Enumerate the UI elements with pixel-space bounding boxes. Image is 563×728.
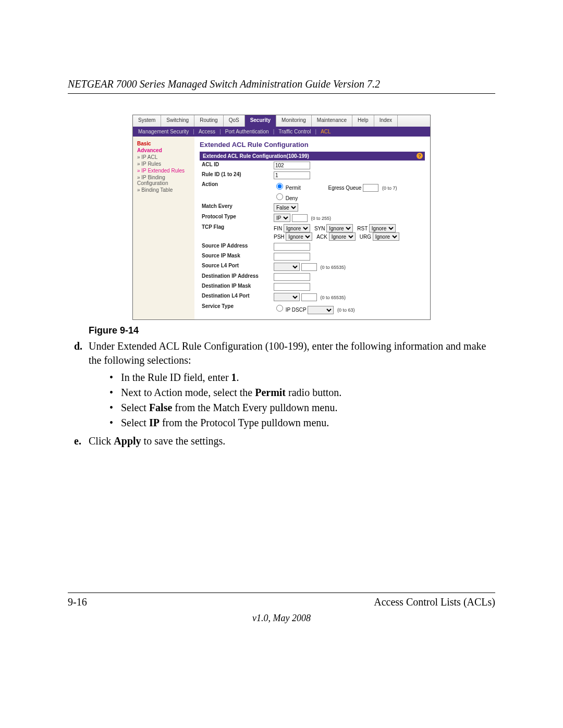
tcpflag-label-rst: RST (357, 226, 369, 231)
main-tabbar: SystemSwitchingRoutingQoSSecurityMonitor… (133, 115, 430, 127)
input-rule-id[interactable] (274, 171, 310, 179)
label-dst-mask: Destination IP Mask (200, 282, 272, 292)
hint-src-port: (0 to 65535) (321, 265, 346, 270)
step-d-lead: d. (74, 339, 89, 353)
step-e-bold: Apply (114, 435, 141, 447)
subtab-acl[interactable]: ACL (321, 129, 331, 134)
radio-permit-label: Permit (286, 185, 301, 191)
sidebar-item-ip-acl[interactable]: » IP ACL (137, 154, 194, 160)
tab-routing[interactable]: Routing (194, 115, 223, 127)
radio-deny-label: Deny (286, 195, 298, 201)
label-service-type: Service Type (200, 302, 272, 315)
label-src-mask: Source IP Mask (200, 252, 272, 262)
step-d: d.Under Extended ACL Rule Configuration … (89, 339, 495, 367)
sidebar-item-ip-binding-configuration[interactable]: » IP Binding Configuration (137, 175, 194, 186)
input-dst-port[interactable] (301, 293, 317, 301)
input-egress-queue[interactable] (363, 184, 378, 192)
bullet-0: In the Rule ID field, enter 1. (109, 372, 495, 384)
input-protocol-value[interactable] (292, 214, 308, 222)
label-egress-queue: Egress Queue (328, 185, 361, 191)
label-tcp-flag: TCP Flag (200, 223, 272, 242)
tcpflag-select-rst[interactable]: Ignore (369, 224, 396, 232)
sidebar-item-ip-rules[interactable]: » IP Rules (137, 161, 194, 167)
radio-permit[interactable] (276, 183, 283, 190)
subtab-management-security[interactable]: Management Security (138, 129, 189, 134)
label-rule-id: Rule ID (1 to 24) (200, 170, 272, 180)
label-src-port: Source L4 Port (200, 262, 272, 272)
label-action: Action (200, 180, 272, 202)
screenshot-body: Basic Advanced » IP ACL» IP Rules» IP Ex… (133, 137, 430, 319)
sidebar-basic-heading[interactable]: Basic (137, 141, 194, 146)
tcpflag-label-urg: URG (360, 234, 373, 240)
sidebar: Basic Advanced » IP ACL» IP Rules» IP Ex… (133, 137, 194, 319)
select-dst-port[interactable] (274, 293, 300, 301)
label-acl-id: ACL ID (200, 161, 272, 170)
input-src-mask[interactable] (274, 253, 310, 261)
tab-security[interactable]: Security (245, 115, 276, 127)
tab-qos[interactable]: QoS (224, 115, 245, 127)
radio-service-type[interactable] (276, 305, 283, 312)
hint-service-type: (0 to 63) (337, 307, 355, 313)
tab-system[interactable]: System (133, 115, 161, 127)
panel-title: Extended ACL Rule Configuration (200, 141, 425, 149)
tab-monitoring[interactable]: Monitoring (276, 115, 312, 127)
radio-deny[interactable] (276, 193, 283, 200)
separator: | (315, 129, 317, 134)
input-src-port[interactable] (301, 263, 317, 271)
tcpflag-select-ack[interactable]: Ignore (329, 232, 356, 241)
step-d-text: Under Extended ACL Rule Configuration (1… (89, 340, 486, 366)
page-footer: 9-16 Access Control Lists (ACLs) (68, 593, 495, 608)
service-type-text: IP DSCP (286, 307, 307, 313)
input-acl-id[interactable] (274, 162, 310, 169)
page-footer-version: v1.0, May 2008 (0, 613, 563, 624)
bullet-1: Next to Action mode, select the Permit r… (109, 387, 495, 399)
panel-subtitle-bar: Extended ACL Rule Configuration(100-199)… (200, 152, 425, 161)
select-protocol-type[interactable]: IP (274, 214, 290, 222)
tab-help[interactable]: Help (352, 115, 374, 127)
subtab-port-authentication[interactable]: Port Authentication (225, 129, 269, 134)
select-match-every[interactable]: False (274, 203, 298, 212)
step-e-post: to save the settings. (141, 435, 226, 447)
step-e-lead: e. (74, 434, 89, 448)
tcpflag-select-psh[interactable]: Ignore (286, 232, 312, 241)
label-src-ip: Source IP Address (200, 242, 272, 252)
section-title: Access Control Lists (ACLs) (374, 596, 495, 608)
tab-maintenance[interactable]: Maintenance (312, 115, 352, 127)
figure-wrap: SystemSwitchingRoutingQoSSecurityMonitor… (68, 115, 495, 320)
sidebar-item-binding-table[interactable]: » Binding Table (137, 187, 194, 193)
tcpflag-select-urg[interactable]: Ignore (373, 232, 399, 241)
hint-dst-port: (0 to 65535) (321, 295, 346, 300)
label-dst-ip: Destination IP Address (200, 272, 272, 282)
tcpflag-label-ack: ACK (316, 234, 328, 240)
tcpflag-select-fin[interactable]: Ignore (284, 224, 310, 232)
help-icon[interactable]: ? (417, 153, 423, 159)
input-dst-ip[interactable] (274, 273, 310, 281)
step-e-pre: Click (89, 435, 114, 447)
panel-subtitle-text: Extended ACL Rule Configuration(100-199) (203, 153, 309, 159)
bullet-list: In the Rule ID field, enter 1.Next to Ac… (109, 372, 495, 429)
tcpflag-label-psh: PSH (274, 234, 286, 240)
page-number: 9-16 (68, 596, 87, 608)
select-service-type[interactable] (308, 306, 334, 314)
hint-egress-queue: (0 to 7) (382, 186, 397, 191)
sidebar-advanced-heading[interactable]: Advanced (137, 147, 194, 153)
tab-index[interactable]: Index (374, 115, 398, 127)
bullet-2: Select False from the Match Every pulldo… (109, 402, 495, 414)
sub-tabbar: Management Security|Access|Port Authenti… (133, 127, 430, 137)
subtab-traffic-control[interactable]: Traffic Control (278, 129, 311, 134)
bullet-3: Select IP from the Protocol Type pulldow… (109, 417, 495, 429)
tcpflag-label-fin: FIN (274, 226, 284, 231)
document-header: NETGEAR 7000 Series Managed Switch Admin… (68, 78, 495, 94)
tcpflag-select-syn[interactable]: Ignore (326, 224, 353, 232)
tab-switching[interactable]: Switching (161, 115, 194, 127)
label-dst-port: Destination L4 Port (200, 292, 272, 302)
input-dst-mask[interactable] (274, 283, 310, 291)
sidebar-item-ip-extended-rules[interactable]: » IP Extended Rules (137, 168, 194, 174)
separator: | (219, 129, 221, 134)
screenshot: SystemSwitchingRoutingQoSSecurityMonitor… (132, 115, 431, 320)
input-src-ip[interactable] (274, 243, 310, 251)
hint-protocol: (0 to 255) (311, 216, 332, 221)
select-src-port[interactable] (274, 263, 300, 271)
label-protocol-type: Protocol Type (200, 213, 272, 223)
subtab-access[interactable]: Access (199, 129, 215, 134)
